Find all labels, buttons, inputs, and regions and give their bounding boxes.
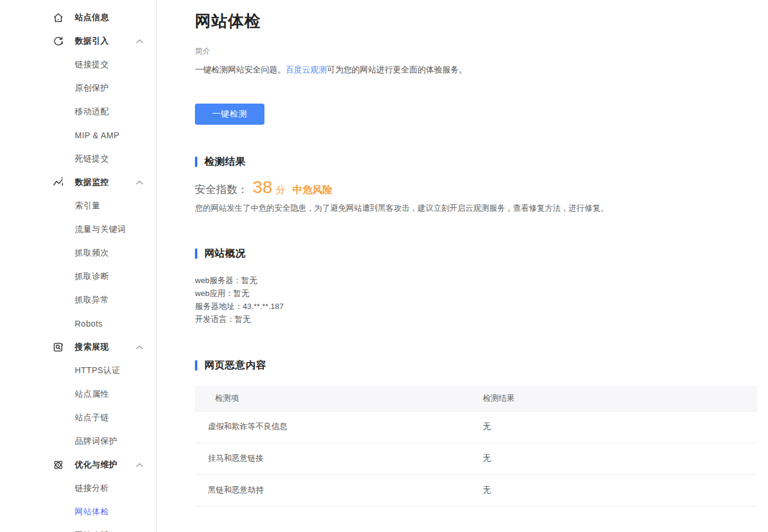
sidebar-item-label: 品牌词保护 bbox=[75, 436, 118, 447]
result-description: 您的网站发生了中危的安全隐患，为了避免网站遭到黑客攻击，建议立刻开启云观测服务，… bbox=[195, 203, 757, 214]
check-item-cell: 虚假和欺诈等不良信息 bbox=[195, 411, 474, 443]
section-title: 检测结果 bbox=[204, 155, 246, 168]
sidebar-item-site-checkup[interactable]: 网站体检 bbox=[0, 500, 156, 524]
sidebar-item-label: 死链提交 bbox=[75, 154, 109, 164]
overview-line-web-server: web服务器：暂无 bbox=[195, 274, 757, 287]
sidebar-group-label: 数据引入 bbox=[75, 36, 109, 46]
sidebar-item-dead-link-submit[interactable]: 死链提交 bbox=[0, 147, 156, 171]
sidebar-group-label: 数据监控 bbox=[75, 177, 109, 188]
sidebar-item-brand-protection[interactable]: 品牌词保护 bbox=[0, 430, 156, 453]
sidebar-item-label: 站点属性 bbox=[75, 389, 109, 400]
sidebar-item-label: 移动适配 bbox=[75, 107, 109, 117]
sidebar-item-original-protection[interactable]: 原创保护 bbox=[0, 77, 156, 100]
chevron-up-icon[interactable] bbox=[135, 37, 144, 45]
sidebar-item-crawl-exception[interactable]: 抓取异常 bbox=[0, 288, 156, 312]
sidebar-item-label: 流量与关键词 bbox=[75, 224, 126, 235]
overview-line-web-app: web应用：暂无 bbox=[195, 287, 757, 300]
sidebar-item-link-analysis[interactable]: 链接分析 bbox=[0, 477, 156, 500]
section-malicious-content: 网页恶意内容 检测项 检测结果 虚假和欺诈等不良信息 无 挂马和恶意链 bbox=[195, 358, 757, 507]
score-value: 38 bbox=[253, 177, 272, 197]
sidebar-group-data-monitor[interactable]: 数据监控 bbox=[0, 171, 156, 194]
intro-text-before: 一键检测网站安全问题。 bbox=[195, 65, 286, 74]
score-label: 安全指数： bbox=[195, 182, 248, 197]
sidebar-item-https-cert[interactable]: HTTPS认证 bbox=[0, 359, 156, 383]
page-title: 网站体检 bbox=[195, 11, 757, 32]
sidebar-item-site-sublinks[interactable]: 站点子链 bbox=[0, 406, 156, 430]
sidebar-item-crawl-frequency[interactable]: 抓取频次 bbox=[0, 241, 156, 265]
chevron-up-icon[interactable] bbox=[135, 343, 144, 351]
home-icon bbox=[52, 11, 65, 24]
sidebar-group-data-import[interactable]: 数据引入 bbox=[0, 29, 156, 53]
section-title: 网站概况 bbox=[204, 247, 246, 260]
sidebar-item-label: 链接提交 bbox=[75, 59, 109, 70]
column-header-check-result: 检测结果 bbox=[474, 386, 757, 411]
intro-text-after: 可为您的网站进行更全面的体验服务。 bbox=[327, 65, 467, 74]
check-item-cell: 黑链和恶意劫持 bbox=[195, 474, 474, 506]
sidebar-item-label: HTTPS认证 bbox=[75, 365, 120, 376]
check-result-cell: 无 bbox=[474, 411, 757, 443]
section-header: 检测结果 bbox=[195, 155, 757, 168]
section-accent-bar bbox=[195, 248, 197, 259]
overview-line-dev-language: 开发语言：暂无 bbox=[195, 313, 757, 326]
sidebar-item-label: 站点信息 bbox=[75, 12, 109, 23]
malicious-content-table: 检测项 检测结果 虚假和欺诈等不良信息 无 挂马和恶意链接 无 黑链和恶意劫持 bbox=[195, 386, 757, 507]
sidebar-item-mip-amp[interactable]: MIP & AMP bbox=[0, 124, 156, 147]
sidebar-item-link-submit[interactable]: 链接提交 bbox=[0, 53, 156, 77]
overview-line-server-address: 服务器地址：43.**.**.187 bbox=[195, 300, 757, 313]
section-detect-result: 检测结果 安全指数： 38 分 中危风险 您的网站发生了中危的安全隐患，为了避免… bbox=[195, 155, 757, 214]
sidebar-item-label: 抓取频次 bbox=[75, 248, 109, 258]
section-accent-bar bbox=[195, 360, 197, 371]
baidu-cloud-watch-link[interactable]: 百度云观测 bbox=[286, 65, 327, 74]
sidebar-item-crawl-diagnosis[interactable]: 抓取诊断 bbox=[0, 265, 156, 288]
overview-lines: web服务器：暂无 web应用：暂无 服务器地址：43.**.**.187 开发… bbox=[195, 274, 757, 326]
intro-text: 一键检测网站安全问题。百度云观测可为您的网站进行更全面的体验服务。 bbox=[195, 65, 757, 75]
check-result-cell: 无 bbox=[474, 474, 757, 506]
section-accent-bar bbox=[195, 157, 197, 167]
section-site-overview: 网站概况 web服务器：暂无 web应用：暂无 服务器地址：43.**.**.1… bbox=[195, 247, 757, 326]
search-display-icon bbox=[52, 341, 65, 354]
chevron-up-icon[interactable] bbox=[135, 178, 144, 187]
sidebar-item-label: 网站体检 bbox=[75, 507, 109, 517]
sidebar-group-optimize-maintain[interactable]: 优化与维护 bbox=[0, 453, 156, 477]
check-item-cell: 挂马和恶意链接 bbox=[195, 443, 474, 474]
table-row: 黑链和恶意劫持 无 bbox=[195, 474, 757, 506]
section-title: 网页恶意内容 bbox=[204, 358, 266, 372]
one-click-detect-button[interactable]: 一键检测 bbox=[195, 104, 264, 125]
sidebar-item-site-attribute[interactable]: 站点属性 bbox=[0, 383, 156, 406]
sidebar: 站点信息 数据引入 链接提交 原创保护 移动适配 MIP & AMP 死 bbox=[0, 0, 157, 532]
check-result-cell: 无 bbox=[474, 443, 757, 474]
sidebar-item-label: 原创保护 bbox=[75, 83, 109, 94]
chevron-up-icon[interactable] bbox=[135, 461, 144, 469]
security-score-line: 安全指数： 38 分 中危风险 bbox=[195, 177, 757, 197]
sidebar-item-label: MIP & AMP bbox=[75, 131, 120, 140]
sidebar-group-search-display[interactable]: 搜索展现 bbox=[0, 335, 156, 359]
sidebar-item-mobile-adaptation[interactable]: 移动适配 bbox=[0, 100, 156, 124]
score-unit: 分 bbox=[276, 184, 285, 197]
data-monitor-icon bbox=[52, 176, 65, 189]
sidebar-item-label: 索引量 bbox=[75, 201, 101, 211]
sidebar-group-label: 优化与维护 bbox=[75, 460, 118, 470]
table-row: 挂马和恶意链接 无 bbox=[195, 443, 757, 474]
sidebar-group-label: 搜索展现 bbox=[75, 342, 109, 353]
app-window: 站点信息 数据引入 链接提交 原创保护 移动适配 MIP & AMP 死 bbox=[0, 0, 768, 532]
table-row: 虚假和欺诈等不良信息 无 bbox=[195, 411, 757, 443]
sidebar-item-traffic-keywords[interactable]: 流量与关键词 bbox=[0, 218, 156, 241]
sidebar-item-index-volume[interactable]: 索引量 bbox=[0, 194, 156, 218]
sidebar-item-label: 站点子链 bbox=[75, 413, 109, 423]
sidebar-item-label: 抓取异常 bbox=[75, 295, 109, 305]
sidebar-item-site-revamp[interactable]: 网站改版 bbox=[0, 524, 156, 532]
section-header: 网站概况 bbox=[195, 247, 757, 260]
sidebar-item-label: 抓取诊断 bbox=[75, 271, 109, 282]
risk-level-badge: 中危风险 bbox=[292, 183, 332, 197]
column-header-check-item: 检测项 bbox=[195, 386, 474, 411]
intro-label: 简介 bbox=[195, 46, 757, 56]
sidebar-item-label: Robots bbox=[75, 319, 102, 328]
sidebar-item-label: 链接分析 bbox=[75, 483, 109, 494]
optimize-maintain-icon bbox=[52, 458, 65, 471]
section-header: 网页恶意内容 bbox=[195, 358, 757, 372]
data-import-icon bbox=[52, 35, 65, 48]
sidebar-item-site-info[interactable]: 站点信息 bbox=[0, 6, 156, 29]
sidebar-item-robots[interactable]: Robots bbox=[0, 312, 156, 335]
main-content: 网站体检 简介 一键检测网站安全问题。百度云观测可为您的网站进行更全面的体验服务… bbox=[157, 0, 768, 532]
table-header-row: 检测项 检测结果 bbox=[195, 386, 757, 411]
